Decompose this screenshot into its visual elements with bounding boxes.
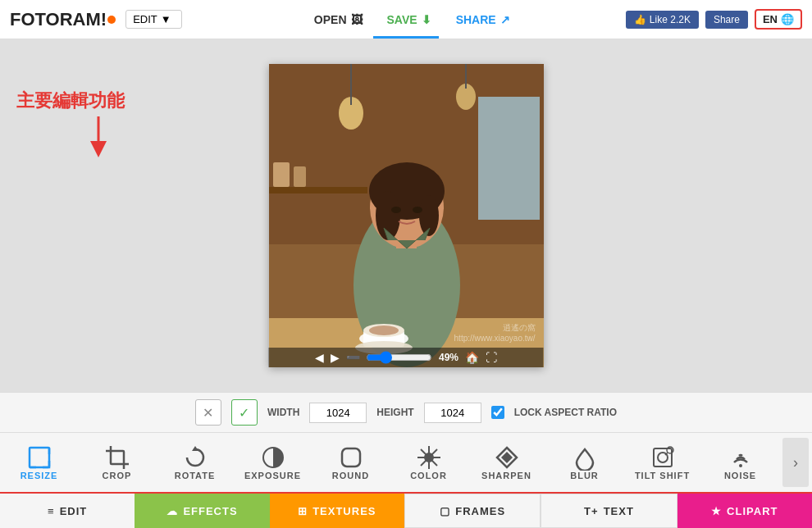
tab-edit[interactable]: ≡ EDIT [0,494,135,528]
tool-resize[interactable]: RESIZE [0,441,78,484]
header-right: 👍 Like 2.2K Share EN 🌐 [626,9,802,30]
noise-label: NOISE [724,471,756,480]
tools-bar: RESIZE CROP ROTATE [0,433,812,492]
edit-tab-icon: ≡ [48,505,55,517]
image-container: 逍遙の窩http://www.xiaoyao.tw/ ◀ ▶ ➖ 49% 🏠 ⛶ [269,64,544,367]
svg-point-20 [413,207,422,213]
width-input[interactable] [309,403,367,423]
height-label: HEIGHT [376,407,413,418]
crop-confirm-button[interactable]: ✓ [231,399,258,426]
nav-open[interactable]: OPEN 🖼 [314,13,363,26]
tab-text[interactable]: T+ TEXT [541,494,677,528]
tab-textures[interactable]: ⊞ TEXTURES [270,494,404,528]
svg-point-24 [369,325,399,335]
effects-tab-label: EFFECTS [183,505,237,517]
frames-tab-label: FRAMES [455,505,505,517]
nav-share[interactable]: SHARE ↗ [456,13,510,26]
tab-effects[interactable]: ☁ EFFECTS [135,494,269,528]
svg-rect-29 [111,451,124,464]
bottom-controls: ✕ ✓ WIDTH HEIGHT LOCK ASPECT RATIO RESIZ… [0,392,812,528]
text-tab-icon: T+ [584,505,599,517]
round-icon [338,444,364,471]
tab-frames[interactable]: ▢ FRAMES [404,494,541,528]
canvas-area: 主要編輯功能 [0,39,812,392]
zoom-percent: 49% [439,352,458,363]
svg-point-19 [391,207,401,213]
resize-label: RESIZE [21,471,58,480]
resize-icon [26,444,52,471]
open-label: OPEN [314,13,347,26]
zoom-slider[interactable] [367,351,432,364]
rotate-icon [182,444,208,471]
main-area: 主要編輯功能 [0,39,812,528]
svg-point-48 [739,464,742,467]
zoom-fit-button[interactable]: 🏠 [465,351,479,364]
zoom-minus-button[interactable]: ➖ [346,351,360,364]
blur-label: BLUR [570,471,599,480]
fb-thumb-icon: 👍 [634,14,646,25]
svg-rect-8 [478,97,540,220]
fb-share-button[interactable]: Share [705,11,748,29]
logo: FOTORAM! [10,9,116,30]
color-icon [416,444,442,471]
edit-label: EDIT [133,13,157,25]
svg-marker-43 [501,452,513,463]
lock-aspect-checkbox[interactable] [491,406,504,419]
nav-underline [373,36,439,39]
edit-dropdown[interactable]: EDIT ▼ [125,10,182,29]
width-label: WIDTH [267,407,299,418]
zoom-bar: ◀ ▶ ➖ 49% 🏠 ⛶ [269,348,544,367]
clipart-tab-label: CLIPART [727,505,778,517]
round-label: ROUND [332,471,369,480]
tool-exposure[interactable]: EXPOSURE [234,441,312,484]
tool-round[interactable]: ROUND [312,441,390,484]
save-icon: ⬇ [422,13,431,26]
share-icon: ↗ [500,13,510,26]
tiltshift-label: TILT SHIFT [635,471,690,480]
tool-tiltshift[interactable]: TILT SHIFT [623,441,701,484]
tool-color[interactable]: COLOR [390,441,468,484]
exposure-label: EXPOSURE [244,471,301,480]
header: FOTORAM! EDIT ▼ OPEN 🖼 SAVE ⬇ SHARE ↗ 👍 … [0,0,812,39]
tool-crop[interactable]: CROP [78,441,156,484]
zoom-back-button[interactable]: ◀ [315,351,324,364]
tool-rotate[interactable]: ROTATE [156,441,234,484]
edit-tab-label: EDIT [60,505,88,517]
tab-clipart[interactable]: ★ CLIPART [677,494,812,528]
tool-sharpen[interactable]: SHARPEN [468,441,545,484]
save-label: SAVE [387,13,417,26]
fb-share-label: Share [714,14,740,25]
exposure-icon [260,444,286,471]
lang-label: EN [763,13,778,25]
tool-noise[interactable]: NOISE [701,441,779,484]
svg-rect-9 [269,187,367,193]
main-image: 逍遙の窩http://www.xiaoyao.tw/ [269,64,544,367]
zoom-forward-button[interactable]: ▶ [331,351,340,364]
zoom-fullscreen-button[interactable]: ⛶ [486,351,497,364]
effects-tab-icon: ☁ [167,505,178,517]
frames-tab-icon: ▢ [440,505,450,517]
crop-cancel-button[interactable]: ✕ [195,399,221,426]
height-input[interactable] [424,403,481,423]
crop-controls-bar: ✕ ✓ WIDTH HEIGHT LOCK ASPECT RATIO [0,393,812,433]
noise-icon [728,444,754,471]
bottom-tabs: ≡ EDIT ☁ EFFECTS ⊞ TEXTURES ▢ FRAMES T+ … [0,492,812,528]
fb-like-button[interactable]: 👍 Like 2.2K [626,11,699,29]
language-button[interactable]: EN 🌐 [755,9,802,30]
nav-save[interactable]: SAVE ⬇ [387,13,431,26]
tools-next-button[interactable]: › [782,438,809,487]
svg-rect-11 [294,166,306,187]
rotate-label: ROTATE [175,471,216,480]
blur-icon [572,444,598,471]
watermark: 逍遙の窩http://www.xiaoyao.tw/ [454,322,536,343]
textures-tab-icon: ⊞ [298,505,308,517]
lock-label: LOCK ASPECT RATIO [514,407,617,418]
svg-rect-44 [654,448,672,467]
sharpen-icon [494,444,520,471]
svg-marker-34 [192,446,198,451]
svg-rect-26 [30,448,49,467]
annotation-text: 主要編輯功能 [16,89,125,113]
nav-center: OPEN 🖼 SAVE ⬇ SHARE ↗ [198,13,626,26]
crop-label: CROP [103,471,132,480]
tool-blur[interactable]: BLUR [545,441,623,484]
